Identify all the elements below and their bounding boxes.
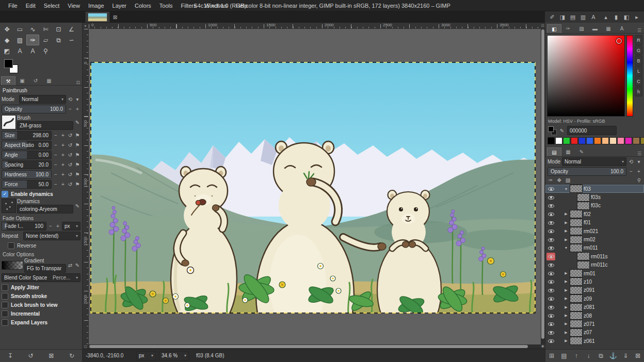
chevron-right-icon[interactable]: ▸: [632, 14, 642, 21]
aspect-ratio-slider[interactable]: Aspect Ratio0.00: [2, 141, 52, 150]
gradient-preview[interactable]: [2, 261, 23, 270]
images-tab[interactable]: ▦: [42, 76, 56, 85]
decrease-button[interactable]: −: [53, 151, 59, 159]
expander-icon[interactable]: ▶: [564, 322, 569, 326]
link-button[interactable]: ⚑: [74, 131, 81, 139]
blend-space-select[interactable]: Blend Color Space Perce... ▾: [2, 273, 81, 282]
clone-tool[interactable]: ⧉: [52, 35, 65, 45]
reset-button[interactable]: ↺: [67, 141, 73, 149]
expander-icon[interactable]: ▼: [564, 187, 569, 191]
menu-tools[interactable]: Tools: [155, 0, 177, 11]
ruler-corner-button[interactable]: ▸: [83, 23, 89, 29]
panel-toggle-icon[interactable]: ▮: [611, 14, 621, 21]
new-group-button[interactable]: ▤: [558, 352, 570, 359]
pencil-dialog-icon[interactable]: ✐: [547, 14, 557, 21]
menu-view[interactable]: View: [63, 0, 84, 11]
expander-icon[interactable]: ▶: [564, 271, 569, 275]
visibility-toggle[interactable]: [546, 244, 555, 252]
grid-toggle-icon[interactable]: ◧: [621, 14, 632, 21]
link-button[interactable]: ⚑: [74, 151, 81, 159]
grid-dialog-icon[interactable]: ▥: [578, 14, 588, 21]
palette-dialog-tab[interactable]: ▦: [602, 24, 615, 32]
channels-tab[interactable]: ▦: [561, 147, 575, 156]
expand-layers-checkbox[interactable]: Expand Layers: [2, 318, 81, 326]
lock-alpha-icon[interactable]: ▨: [566, 177, 570, 183]
layer-row-z071[interactable]: ▶z071: [545, 320, 644, 328]
decrease-button[interactable]: −: [53, 141, 59, 149]
undo-history-tab[interactable]: ↺: [29, 76, 42, 85]
color-edit-button[interactable]: ✎: [559, 127, 565, 135]
layer-row-f03s[interactable]: f03s: [545, 193, 644, 201]
expander-icon[interactable]: ▶: [564, 229, 569, 233]
paintbrush-tool[interactable]: ✑: [26, 35, 39, 45]
decrease-button[interactable]: −: [53, 171, 59, 178]
enable-dynamics-checkbox[interactable]: ✓ Enable dynamics: [2, 190, 81, 198]
color-swatch[interactable]: [555, 137, 562, 144]
expander-icon[interactable]: ▶: [564, 297, 569, 301]
opacity-slider[interactable]: Opacity 100.0: [2, 105, 66, 113]
visibility-toggle[interactable]: [546, 337, 555, 345]
visibility-toggle[interactable]: [546, 202, 555, 209]
measure-tool[interactable]: ∠: [65, 24, 78, 35]
visibility-toggle[interactable]: [546, 193, 555, 201]
menu-image[interactable]: Image: [84, 0, 108, 11]
layer-mode-menu-button[interactable]: ▾: [636, 158, 642, 166]
color-swatch[interactable]: [571, 137, 578, 144]
lock-pixels-icon[interactable]: ✑: [549, 177, 553, 183]
fg-color-swatch[interactable]: [4, 59, 13, 68]
brush-select[interactable]: ZM-grass: [17, 121, 73, 130]
layer-row-z07[interactable]: ▶z07: [545, 328, 644, 337]
configure-tab-button[interactable]: ☰: [637, 151, 642, 156]
decrease-button[interactable]: −: [53, 131, 59, 139]
menu-layer[interactable]: Layer: [108, 0, 131, 11]
link-button[interactable]: ⚑: [74, 141, 81, 149]
unit-select[interactable]: px ▾: [136, 351, 156, 360]
color-swatch[interactable]: [625, 137, 632, 144]
layer-mode-select[interactable]: Normal ▾: [562, 157, 626, 166]
visibility-toggle[interactable]: [546, 261, 555, 269]
layer-row-z09[interactable]: ▶z09: [545, 294, 644, 303]
visibility-toggle[interactable]: [546, 227, 555, 235]
increase-button[interactable]: +: [60, 180, 66, 188]
vertical-scrollbar[interactable]: [541, 29, 545, 344]
tool-options-tab[interactable]: ⚒: [1, 76, 15, 85]
link-button[interactable]: ⚑: [74, 161, 81, 169]
fade-length-slider[interactable]: Fade l... 100: [2, 222, 46, 231]
shape-dialog-icon[interactable]: ◨: [557, 14, 568, 21]
channel-c-button[interactable]: C: [635, 76, 642, 86]
reset-button[interactable]: ↺: [67, 131, 73, 139]
color-swatch[interactable]: [563, 137, 570, 144]
move-tool[interactable]: ✥: [1, 24, 13, 35]
channel-g-button[interactable]: G: [635, 45, 642, 55]
color-swatch[interactable]: [548, 137, 555, 144]
merge-down-button[interactable]: ⇓: [620, 352, 631, 359]
color-swatch[interactable]: [617, 137, 624, 144]
save-tool-preset-button[interactable]: ↧: [5, 352, 16, 359]
layer-row-z081[interactable]: ▶z081: [545, 303, 644, 311]
eraser-tool[interactable]: ▱: [39, 35, 52, 45]
text-tool[interactable]: A: [13, 45, 26, 56]
zoom-select[interactable]: 34.6 % ▾: [159, 351, 189, 360]
brush-dialog-tab[interactable]: ✑: [561, 24, 575, 32]
incremental-checkbox[interactable]: Incremental: [2, 309, 81, 318]
close-tab-button[interactable]: ⊠: [111, 13, 119, 21]
hex-input[interactable]: 000000: [567, 126, 617, 135]
layer-row-f01[interactable]: ▶f01: [545, 219, 644, 227]
zoom-follow-button[interactable]: ⊡: [541, 23, 545, 29]
menu-windows[interactable]: Windows: [200, 0, 232, 11]
layer-search-icon[interactable]: ⚲: [637, 177, 641, 183]
layer-row-z061[interactable]: ▶z061: [545, 337, 644, 345]
reset-button[interactable]: ↺: [67, 151, 73, 159]
list-dialog-icon[interactable]: ▤: [568, 14, 578, 21]
repeat-select[interactable]: None (extend) ▾: [23, 232, 81, 240]
dynamics-preview[interactable]: [2, 199, 16, 213]
transform-tool[interactable]: ◩: [1, 45, 13, 56]
expander-icon[interactable]: ▶: [564, 212, 569, 216]
smooth-stroke-checkbox[interactable]: Smooth stroke: [2, 292, 81, 300]
text-dialog-icon[interactable]: A: [588, 14, 599, 21]
visibility-toggle[interactable]: [546, 295, 555, 303]
channel-r-button[interactable]: R: [635, 35, 642, 45]
color-swatch[interactable]: [640, 137, 644, 144]
raise-layer-button[interactable]: ↑: [571, 352, 582, 359]
new-layer-button[interactable]: ⊞: [546, 352, 557, 359]
